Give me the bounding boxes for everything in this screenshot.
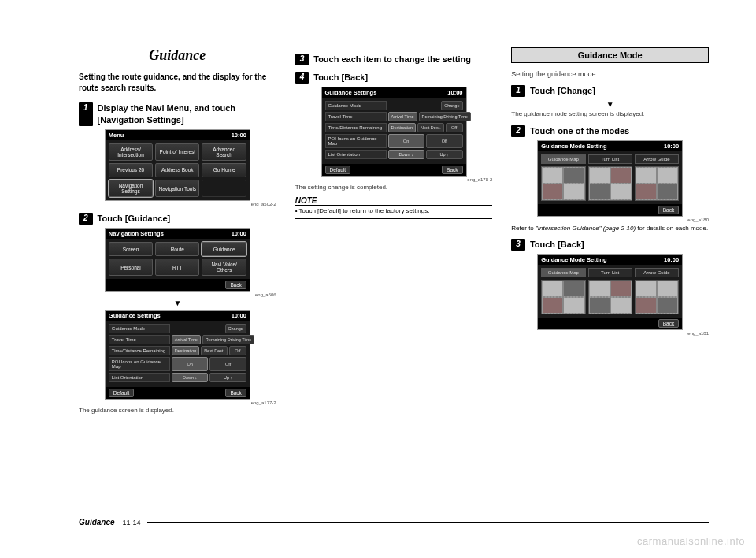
option-chip[interactable]: Next Dest.	[417, 123, 444, 132]
caption: The setting change is completed.	[295, 184, 493, 192]
mode-preview	[541, 280, 585, 314]
nav-btn-guidance[interactable]: Guidance	[202, 242, 246, 256]
screenshot-navi-menu: Menu 10:00 Address/ Intersection Point o…	[105, 129, 250, 202]
step-text: Touch [Guidance]	[98, 213, 276, 225]
nav-btn-personal[interactable]: Personal	[109, 259, 153, 276]
option-chip[interactable]: Off	[446, 123, 463, 132]
figure-ref: eng_a177-2	[79, 400, 276, 405]
option-chip[interactable]: Off	[209, 357, 246, 371]
refer-post: for details on each mode.	[636, 225, 708, 232]
mode-preview	[588, 280, 632, 314]
column-3: Guidance Mode Setting the guidance mode.…	[511, 47, 709, 420]
row-label: Guidance Mode	[109, 324, 170, 333]
mode-tab-guidance-map[interactable]: Guidance Map	[541, 154, 585, 164]
screenshot-guidance-settings-2: Guidance Settings 10:00 Guidance ModeCha…	[321, 87, 467, 177]
option-chip[interactable]: Off	[229, 346, 246, 355]
step-text: Touch [Change]	[530, 85, 709, 97]
menu-btn-address[interactable]: Address/ Intersection	[109, 143, 153, 161]
screen-time: 10:00	[232, 312, 246, 319]
step-text: Touch [Back]	[530, 239, 709, 251]
mode-tab-arrow-guide[interactable]: Arrow Guide	[635, 154, 679, 164]
back-button[interactable]: Back	[225, 389, 246, 397]
column-2: 3 Touch each item to change the setting …	[295, 47, 493, 420]
option-chip[interactable]: Down ↓	[172, 373, 209, 382]
cross-reference: Refer to "Intersection Guidance" (page 2…	[511, 225, 709, 233]
back-button[interactable]: Back	[658, 206, 679, 214]
step-number-icon: 2	[511, 125, 525, 137]
figure-ref: eng_a180	[511, 218, 709, 222]
option-chip[interactable]: Destination	[172, 346, 200, 355]
menu-btn-navtools[interactable]: Navigation Tools	[155, 180, 199, 197]
row-label: POI Icons on Guidance Map	[325, 134, 387, 148]
screenshot-guidance-settings: Guidance Settings 10:00 Guidance ModeCha…	[105, 310, 250, 400]
mode-tab-guidance-map[interactable]: Guidance Map	[541, 268, 585, 277]
subsection-title: Guidance Mode	[511, 47, 709, 63]
footer-section: Guidance	[79, 518, 115, 526]
step-text: Touch one of the modes	[530, 125, 709, 137]
figure-ref: eng_a506	[79, 292, 276, 297]
down-arrow-icon: ▼	[511, 100, 709, 109]
subsection-intro: Setting the guidance mode.	[511, 69, 709, 79]
content-columns: Guidance Setting the route guidance, and…	[79, 47, 709, 420]
option-chip[interactable]: Destination	[388, 123, 417, 132]
menu-btn-gohome[interactable]: Go Home	[202, 163, 246, 177]
step-number-icon: 2	[79, 213, 93, 225]
screen-title: Menu	[109, 132, 124, 139]
column-1: Guidance Setting the route guidance, and…	[79, 47, 276, 420]
menu-btn-previous[interactable]: Previous 20	[109, 163, 153, 177]
option-chip[interactable]: Down ↓	[388, 150, 425, 159]
menu-btn-addressbook[interactable]: Address Book	[155, 163, 199, 177]
row-label: List Orientation	[109, 373, 170, 382]
mode-preview	[635, 280, 679, 314]
back-button[interactable]: Back	[658, 319, 679, 328]
option-chip[interactable]: Off	[426, 134, 463, 148]
step-text: Display the Navi Menu, and touch [Naviga…	[98, 102, 276, 126]
nav-btn-voice[interactable]: Navi Voice/ Others	[202, 259, 246, 276]
screen-title: Navigation Settings	[109, 230, 164, 237]
section-intro: Setting the route guidance, and the disp…	[79, 72, 276, 93]
menu-btn-blank	[202, 180, 246, 197]
option-chip[interactable]: Remaining Driving Time	[419, 112, 471, 121]
option-chip[interactable]: Up ↑	[426, 150, 463, 159]
nav-btn-route[interactable]: Route	[155, 242, 199, 256]
option-chip[interactable]: On	[388, 134, 425, 148]
mode-tab-turn-list[interactable]: Turn List	[588, 154, 632, 164]
change-button[interactable]: Change	[225, 324, 246, 333]
back-button[interactable]: Back	[225, 281, 246, 289]
default-button[interactable]: Default	[109, 389, 135, 397]
note-text: • Touch [Default] to return to the facto…	[295, 206, 493, 218]
option-chip[interactable]: Up ↑	[209, 373, 246, 382]
watermark: carmanualsonline.info	[637, 535, 745, 547]
step-1: 1 Display the Navi Menu, and touch [Navi…	[79, 102, 276, 126]
screen-time: 10:00	[664, 143, 679, 150]
default-button[interactable]: Default	[325, 166, 351, 174]
row-label: POI Icons on Guidance Map	[109, 357, 170, 371]
nav-btn-screen[interactable]: Screen	[109, 242, 153, 256]
option-chip[interactable]: Arrival Time	[172, 335, 201, 344]
menu-btn-advanced[interactable]: Advanced Search	[202, 143, 246, 161]
option-chip[interactable]: Arrival Time	[388, 112, 417, 121]
step-number-icon: 1	[511, 85, 525, 97]
caption: The guidance screen is displayed.	[79, 407, 276, 415]
screenshot-guidance-mode-2: Guidance Mode Setting 10:00 Guidance Map…	[537, 254, 683, 330]
menu-btn-poi[interactable]: Point of Interest	[155, 143, 199, 161]
step-2: 2 Touch [Guidance]	[79, 213, 276, 225]
nav-btn-rtt[interactable]: RTT	[155, 259, 199, 276]
option-chip[interactable]: Remaining Driving Time	[202, 335, 254, 344]
figure-ref: eng_a181	[511, 331, 709, 336]
mode-tab-turn-list[interactable]: Turn List	[588, 268, 632, 277]
screenshot-nav-settings: Navigation Settings 10:00 Screen Route G…	[105, 228, 250, 292]
back-button[interactable]: Back	[442, 166, 462, 174]
figure-ref: eng_a178-2	[295, 177, 493, 182]
option-chip[interactable]: Next Dest.	[201, 346, 228, 355]
option-chip[interactable]: On	[172, 357, 209, 371]
change-button[interactable]: Change	[441, 101, 462, 110]
note-label: NOTE	[295, 196, 493, 206]
step-number-icon: 4	[295, 72, 309, 84]
down-arrow-icon: ▼	[79, 299, 276, 307]
menu-btn-navsettings[interactable]: Navigation Settings	[109, 180, 153, 197]
refer-pre: Refer to	[511, 225, 536, 232]
step-3: 3 Touch each item to change the setting	[295, 54, 493, 65]
row-label: Time/Distance Remaining	[325, 123, 387, 132]
mode-tab-arrow-guide[interactable]: Arrow Guide	[635, 268, 679, 277]
